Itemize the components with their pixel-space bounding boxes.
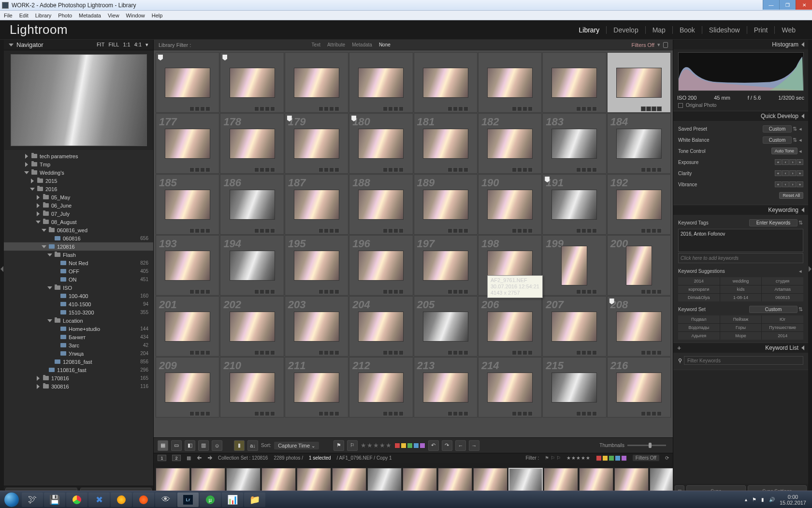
grid-cell[interactable] [285,52,348,113]
folder-row[interactable]: 2016 [4,185,153,193]
keyword-suggestion[interactable]: 2014 [678,277,720,285]
nav-zoom-dropdown[interactable]: ▾ [145,42,148,48]
taskbar-chrome[interactable] [66,493,87,507]
grid-cell[interactable]: 209 [156,357,219,418]
saved-preset-dropdown[interactable]: Custom [763,125,792,133]
folder-row[interactable]: Home+studio144 [4,325,153,333]
grid-cell[interactable]: 212 [349,357,413,418]
grid-cell[interactable]: 195 [285,235,348,296]
prev-button[interactable]: 🡰 [197,455,202,461]
folder-row[interactable]: 120816 [4,242,153,251]
window-close-button[interactable]: ✕ [796,0,812,10]
folder-row[interactable]: ON451 [4,275,153,284]
folder-row[interactable]: OFF405 [4,267,153,275]
status-color-filter[interactable] [596,455,627,461]
grid-cell[interactable]: 177 [156,113,219,174]
menu-view[interactable]: View [108,13,119,18]
status-switch-icon[interactable]: ⟳ [665,455,669,461]
filmstrip-thumb[interactable] [367,468,402,493]
folder-row[interactable]: 2015 [4,177,153,185]
reset-all-button[interactable]: Reset All [779,192,803,199]
painter-tool[interactable]: ▮ [234,440,245,451]
nav-zoom-1:1[interactable]: 1:1 [123,42,130,48]
keyword-list-header[interactable]: + Keyword List [673,343,808,353]
keyword-suggestion[interactable]: 060815 [762,294,803,301]
page-2-button[interactable]: 2 [172,455,181,461]
module-book[interactable]: Book [673,26,702,34]
color-swatch[interactable] [420,443,425,448]
taskbar-picasa[interactable]: 👁 [155,493,176,507]
color-swatch[interactable] [401,443,406,448]
color-swatch[interactable] [609,455,614,461]
grid-cell[interactable] [542,52,606,113]
folder-row[interactable]: Not Red826 [4,259,153,267]
grid-cell[interactable]: 215 [542,357,606,418]
taskbar-clock[interactable]: 0:00 15.02.2017 [780,494,806,506]
filmstrip-thumb[interactable] [403,468,437,493]
grid-cell[interactable]: 207 [542,296,606,357]
histogram-header[interactable]: Histogram [673,40,808,49]
grid-cell[interactable]: 182 [478,113,542,174]
histogram-chart[interactable] [678,52,804,91]
filter-dropdown-icon[interactable]: ▾ [657,42,660,48]
grid-cell[interactable]: 178 [220,113,284,174]
system-tray[interactable]: ▴ ⚑ ▮ 🔊 0:00 15.02.2017 [741,494,810,506]
grid-view-button[interactable]: ▦ [158,440,168,451]
nav-zoom-fill[interactable]: FILL [108,42,119,48]
filter-tab-none[interactable]: None [379,42,391,47]
taskbar-explorer[interactable]: 📁 [244,493,265,507]
module-web[interactable]: Web [775,26,802,34]
status-rating-filter[interactable]: ★★★★★ [566,455,590,461]
dropdown-icon[interactable]: ⇅ [792,126,798,132]
folder-row[interactable]: 410-150094 [4,300,153,308]
add-keywords-input[interactable]: Click here to add keywords [678,253,803,263]
folder-row[interactable]: Flash [4,251,153,259]
folder-row[interactable]: 120816_fast856 [4,358,153,366]
grid-cell[interactable]: 202 [220,296,284,357]
filmstrip-thumb[interactable] [438,468,472,493]
plus-icon[interactable]: + [677,344,681,352]
applied-keywords[interactable]: 2016, Anton Fofonov [678,229,803,252]
grid-cell[interactable]: 186 [220,174,284,235]
filmstrip-thumb[interactable] [544,468,578,493]
color-swatch[interactable] [602,455,608,461]
keyword-set-item[interactable]: Море [720,332,762,340]
next-button[interactable]: 🡲 [207,455,212,461]
menu-edit[interactable]: Edit [19,13,29,18]
people-view-button[interactable]: ☺ [212,440,222,451]
grid-cell[interactable]: 204 [349,296,413,357]
color-swatch[interactable] [615,455,621,461]
color-swatch[interactable] [413,443,419,448]
grid-cell[interactable]: 211 [285,357,348,418]
menu-library[interactable]: Library [35,13,52,18]
color-swatch[interactable] [621,455,627,461]
grid-cell[interactable]: 184 [607,113,671,174]
grid-cell[interactable]: 190 [478,174,542,235]
grid-cell[interactable]: 197 [414,235,478,296]
color-swatch[interactable] [407,443,413,448]
grid-cell[interactable]: 196 [349,235,413,296]
grid-cell[interactable]: 181 [414,113,478,174]
keyword-set-item[interactable]: Горы [720,324,762,331]
grid-cell[interactable]: 201 [156,296,219,357]
flag-reject-button[interactable]: ⚐ [347,440,358,451]
sort-direction-button[interactable]: a↓ [247,440,258,451]
grid-cell[interactable]: 199 [542,235,606,296]
filmstrip-thumb[interactable] [473,468,508,493]
keyword-mode-dropdown[interactable]: Enter Keywords [749,219,798,226]
folder-row[interactable]: 300816116 [4,382,153,390]
grid-cell[interactable]: 185 [156,174,219,235]
keyword-set-item[interactable]: Юг [762,315,803,323]
start-button[interactable] [2,493,21,507]
folder-row[interactable]: 110816_fast296 [4,366,153,374]
window-maximize-button[interactable]: ❐ [779,0,796,10]
grid-cell[interactable]: 210 [220,357,284,418]
window-minimize-button[interactable]: — [763,0,779,10]
folder-row[interactable]: Банкет434 [4,333,153,341]
module-print[interactable]: Print [747,26,775,34]
filmstrip-thumb[interactable] [614,468,649,493]
rotate-ccw-button[interactable]: ↶ [428,440,439,451]
filmstrip-thumb[interactable] [156,468,190,493]
grid-cell[interactable] [414,52,478,113]
status-flag-filter[interactable]: ⚑ ⚐ ⚐ [545,455,561,461]
